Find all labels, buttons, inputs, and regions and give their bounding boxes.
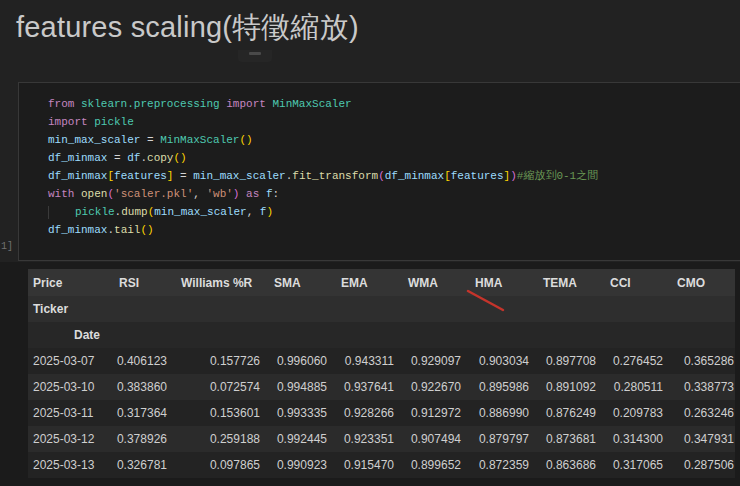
code-token: = bbox=[173, 170, 193, 182]
code-token: fit_transform bbox=[292, 170, 378, 182]
index-header-label: Ticker bbox=[28, 296, 106, 322]
code-token: as bbox=[239, 188, 265, 200]
code-line[interactable]: with open('scaler.pkl', 'wb') as f: bbox=[48, 185, 598, 203]
table-cell: 0.992445 bbox=[261, 426, 328, 452]
code-token: sklearn.preprocessing bbox=[81, 98, 220, 110]
code-line[interactable]: from sklearn.preprocessing import MinMax… bbox=[48, 95, 598, 113]
table-cell: 0.891092 bbox=[530, 374, 597, 400]
page-title: features scaling(特徵縮放) bbox=[16, 8, 359, 48]
column-header: WMA bbox=[395, 269, 462, 296]
code-line[interactable]: df_minmax.tail() bbox=[48, 221, 598, 239]
table-cell: 0.317364 bbox=[106, 400, 168, 426]
drag-handle-icon bbox=[249, 52, 261, 55]
table-cell: 0.907494 bbox=[395, 426, 462, 452]
code-token: min_max_scaler bbox=[154, 206, 246, 218]
code-token: MinMaxScaler bbox=[160, 134, 239, 146]
execution-count: 1] bbox=[1, 241, 13, 252]
dataframe-table: PriceRSIWilliams %RSMAEMAWMAHMATEMACCICM… bbox=[28, 269, 735, 478]
row-date: 2025-03-12 bbox=[28, 426, 106, 452]
code-token: [ bbox=[444, 170, 451, 182]
indent-guide bbox=[48, 206, 75, 219]
table-cell: 0.406123 bbox=[106, 348, 168, 374]
spacer-cell bbox=[106, 296, 735, 322]
code-token: #縮放到0-1之間 bbox=[517, 170, 598, 182]
code-token: min_max_scaler bbox=[48, 134, 140, 146]
code-token: df_minmax bbox=[48, 224, 107, 236]
table-cell: 0.259188 bbox=[168, 426, 261, 452]
column-header: TEMA bbox=[530, 269, 597, 296]
table-cell: 0.990923 bbox=[261, 452, 328, 478]
table-cell: 0.929097 bbox=[395, 348, 462, 374]
column-header: Price bbox=[28, 269, 106, 296]
table-cell: 0.876249 bbox=[530, 400, 597, 426]
code-cell[interactable]: from sklearn.preprocessing import MinMax… bbox=[18, 82, 740, 261]
row-date: 2025-03-07 bbox=[28, 348, 106, 374]
table-cell: 0.943311 bbox=[328, 348, 395, 374]
table-cell: 0.157726 bbox=[168, 348, 261, 374]
code-line[interactable]: df_minmax = df.copy() bbox=[48, 149, 598, 167]
table-cell: 0.280511 bbox=[597, 374, 664, 400]
table-cell: 0.383860 bbox=[106, 374, 168, 400]
cell-toolbar-remnant bbox=[238, 50, 272, 62]
table-cell: 0.993335 bbox=[261, 400, 328, 426]
table-row: 2025-03-100.3838600.0725740.9948850.9376… bbox=[28, 374, 735, 400]
code-token: df_minmax bbox=[48, 152, 107, 164]
code-line[interactable]: df_minmax[features] = min_max_scaler.fit… bbox=[48, 167, 598, 185]
table-cell: 0.994885 bbox=[261, 374, 328, 400]
table-cell: 0.922670 bbox=[395, 374, 462, 400]
table-cell: 0.326781 bbox=[106, 452, 168, 478]
table-cell: 0.314300 bbox=[597, 426, 664, 452]
column-header: CCI bbox=[597, 269, 664, 296]
code-token: min_max_scaler bbox=[193, 170, 285, 182]
table-cell: 0.338773 bbox=[664, 374, 735, 400]
code-token: 'scaler.pkl' bbox=[114, 188, 193, 200]
code-token: ) bbox=[510, 170, 517, 182]
code-token: from bbox=[48, 98, 81, 110]
code-token: open bbox=[81, 188, 107, 200]
table-cell: 0.872359 bbox=[462, 452, 530, 478]
table-cell: 0.072574 bbox=[168, 374, 261, 400]
table-row: 2025-03-110.3173640.1536010.9933350.9282… bbox=[28, 400, 735, 426]
table-cell: 0.915470 bbox=[328, 452, 395, 478]
table-cell: 0.873681 bbox=[530, 426, 597, 452]
table-cell: 0.886990 bbox=[462, 400, 530, 426]
code-token: import bbox=[220, 98, 273, 110]
table-cell: 0.153601 bbox=[168, 400, 261, 426]
row-date: 2025-03-10 bbox=[28, 374, 106, 400]
table-cell: 0.287506 bbox=[664, 452, 735, 478]
code-token: features bbox=[114, 170, 167, 182]
red-pen-annotation bbox=[462, 287, 510, 315]
code-token: with bbox=[48, 188, 81, 200]
table-cell: 0.937641 bbox=[328, 374, 395, 400]
code-editor[interactable]: from sklearn.preprocessing import MinMax… bbox=[48, 95, 598, 239]
code-token: = bbox=[140, 134, 160, 146]
column-header: Williams %R bbox=[168, 269, 261, 296]
table-cell: 0.996060 bbox=[261, 348, 328, 374]
table-cell: 0.097865 bbox=[168, 452, 261, 478]
table-cell: 0.276452 bbox=[597, 348, 664, 374]
table-cell: 0.209783 bbox=[597, 400, 664, 426]
notebook-page: features scaling(特徵縮放) 1] from sklearn.p… bbox=[0, 0, 740, 486]
table-cell: 0.879797 bbox=[462, 426, 530, 452]
code-token: ) bbox=[266, 206, 273, 218]
code-token: dump bbox=[121, 206, 147, 218]
table-cell: 0.928266 bbox=[328, 400, 395, 426]
table-cell: 0.923351 bbox=[328, 426, 395, 452]
index-name-label: Date bbox=[28, 322, 106, 348]
code-token: import bbox=[48, 116, 94, 128]
column-header: SMA bbox=[261, 269, 328, 296]
table-cell: 0.378926 bbox=[106, 426, 168, 452]
code-line[interactable]: pickle.dump(min_max_scaler, f) bbox=[48, 203, 598, 221]
code-line[interactable]: import pickle bbox=[48, 113, 598, 131]
code-token: df bbox=[127, 152, 140, 164]
table-cell: 0.863686 bbox=[530, 452, 597, 478]
table-cell: 0.899652 bbox=[395, 452, 462, 478]
table-cell: 0.895986 bbox=[462, 374, 530, 400]
code-token: df_minmax bbox=[385, 170, 444, 182]
code-token: () bbox=[239, 134, 252, 146]
code-token: ( bbox=[378, 170, 385, 182]
column-header: CMO bbox=[664, 269, 735, 296]
code-token: MinMaxScaler bbox=[272, 98, 351, 110]
row-date: 2025-03-11 bbox=[28, 400, 106, 426]
code-line[interactable]: min_max_scaler = MinMaxScaler() bbox=[48, 131, 598, 149]
